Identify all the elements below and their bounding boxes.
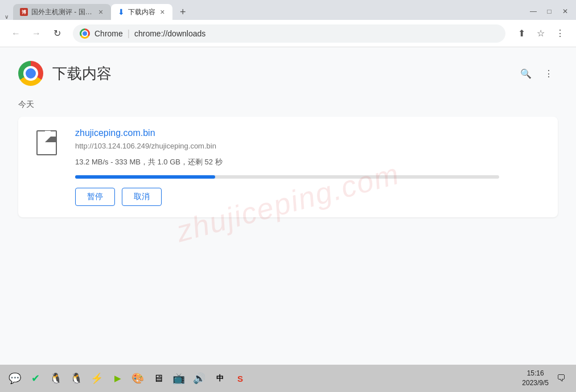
download-stats: 13.2 MB/s - 333 MB，共 1.0 GB，还剩 52 秒 (75, 157, 546, 167)
page-title: 下载内容 (52, 64, 112, 84)
minimize-button[interactable]: — (527, 5, 540, 18)
taskbar: 💬 ✔ 🐧 🐧 ⚡ ▶ 🎨 🖥 📺 🔊 中 S 15:16 2023/9/5 🗨 (0, 365, 576, 392)
download-url: http://103.124.106.249/zhujiceping.com.b… (75, 142, 546, 150)
taskbar-sogou-icon[interactable]: S (232, 370, 248, 386)
close-button[interactable]: ✕ (559, 5, 571, 18)
page-header-right: 🔍 ⋮ (517, 64, 558, 82)
chevron-down-icon[interactable]: ∨ (5, 14, 9, 20)
taskbar-screen-icon[interactable]: 🖥 (150, 370, 166, 386)
title-bar: ∨ 博 国外主机测评 - 国外VPS, × ⬇ 下载内容 × + — □ ✕ (0, 0, 576, 20)
maximize-button[interactable]: □ (543, 5, 556, 18)
new-tab-button[interactable]: + (175, 4, 191, 20)
notification-button[interactable]: 🗨 (553, 370, 569, 386)
section-today: 今天 (18, 100, 558, 110)
tray-area: 15:16 2023/9/5 🗨 (522, 369, 569, 388)
taskbar-qq-icon[interactable]: 🐧 (48, 370, 64, 386)
chrome-logo-icon (80, 28, 90, 39)
download-actions: 暂停 取消 (75, 188, 546, 206)
more-menu-button[interactable]: ⋮ (551, 24, 569, 43)
toolbar-right: ⬆ ☆ ⋮ (512, 24, 569, 43)
page-header-left: 下载内容 (18, 61, 112, 86)
page-header: 下载内容 🔍 ⋮ (18, 61, 558, 86)
bookmark-button[interactable]: ☆ (532, 24, 550, 43)
back-button[interactable]: ← (7, 24, 25, 43)
refresh-button[interactable]: ↻ (48, 24, 66, 43)
tab1-title: 国外主机测评 - 国外VPS, (31, 7, 94, 17)
window-controls: — □ ✕ (527, 5, 571, 20)
tab-1[interactable]: 博 国外主机测评 - 国外VPS, × (13, 4, 111, 20)
download-icon-col (18, 128, 75, 206)
taskbar-nvidia-icon[interactable]: ▶ (109, 370, 125, 386)
download-tab-icon: ⬇ (118, 7, 125, 16)
taskbar-wechat-icon[interactable]: 💬 (7, 370, 23, 386)
share-button[interactable]: ⬆ (512, 24, 530, 43)
taskbar-bluetooth-icon[interactable]: ⚡ (89, 370, 105, 386)
taskbar-screen2-icon[interactable]: 📺 (171, 370, 187, 386)
download-info: zhujiceping.com.bin http://103.124.106.2… (75, 128, 546, 206)
taskbar-icons: 💬 ✔ 🐧 🐧 ⚡ ▶ 🎨 🖥 📺 🔊 中 S (7, 370, 522, 386)
download-filename[interactable]: zhujiceping.com.bin (75, 128, 546, 138)
clock-date: 2023/9/5 (522, 378, 549, 388)
progress-bar-fill (75, 175, 215, 179)
address-url: chrome://downloads (134, 29, 205, 38)
address-separator: | (127, 28, 130, 39)
tab2-title: 下载内容 (128, 7, 155, 17)
tab2-close[interactable]: × (159, 6, 166, 18)
address-bar[interactable]: Chrome | chrome://downloads (73, 24, 505, 43)
taskbar-check-icon[interactable]: ✔ (27, 370, 43, 386)
browser-brand: Chrome (94, 29, 123, 38)
chrome-logo-big-icon (18, 61, 43, 86)
taskbar-color-icon[interactable]: 🎨 (130, 370, 146, 386)
file-icon (36, 130, 57, 155)
clock-time: 15:16 (522, 369, 549, 378)
tab1-close[interactable]: × (97, 6, 104, 18)
taskbar-volume-icon[interactable]: 🔊 (191, 370, 207, 386)
system-clock: 15:16 2023/9/5 (522, 369, 549, 388)
tab-2[interactable]: ⬇ 下载内容 × (111, 4, 172, 20)
taskbar-ime-icon[interactable]: 中 (212, 370, 228, 386)
taskbar-qq2-icon[interactable]: 🐧 (68, 370, 84, 386)
cancel-button[interactable]: 取消 (122, 188, 162, 206)
search-button[interactable]: 🔍 (517, 64, 535, 82)
progress-bar-container (75, 175, 499, 179)
tab1-favicon: 博 (20, 8, 28, 16)
pause-button[interactable]: 暂停 (75, 188, 115, 206)
forward-button[interactable]: → (27, 24, 46, 43)
page-more-button[interactable]: ⋮ (540, 64, 558, 82)
toolbar: ← → ↻ Chrome | chrome://downloads ⬆ ☆ ⋮ (0, 20, 576, 47)
downloads-page: zhujiceping.com 下载内容 🔍 ⋮ 今天 zhujiceping.… (0, 47, 576, 365)
download-item: zhujiceping.com.bin http://103.124.106.2… (18, 117, 558, 217)
